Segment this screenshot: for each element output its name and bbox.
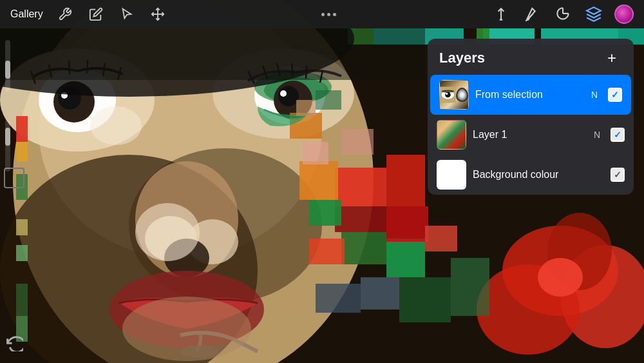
toolbar-left: Gallery [10,5,167,23]
svg-rect-28 [299,161,338,200]
modify-icon[interactable] [87,5,105,23]
layers-header: Layers + [428,39,634,75]
add-layer-button[interactable]: + [601,48,622,68]
layer-thumbnail [437,160,466,190]
layer-name: Layer 1 [473,129,587,141]
layer-thumbnail [439,80,469,110]
svg-point-48 [538,258,583,297]
top-toolbar: Gallery [0,0,644,28]
svg-rect-43 [316,284,361,313]
selection-icon[interactable] [118,5,136,23]
svg-point-72 [445,92,451,98]
svg-point-63 [122,297,251,361]
opacity-slider[interactable] [5,120,10,172]
move-icon[interactable] [149,5,167,23]
layer-name: From selection [475,89,585,101]
svg-rect-39 [425,226,457,251]
layer-name: Background colour [473,169,594,181]
layers-button[interactable] [583,4,604,25]
svg-rect-42 [361,277,399,309]
svg-point-58 [135,203,200,261]
layer-thumbnail [437,120,466,150]
left-sidebar [0,28,28,363]
svg-rect-64 [296,100,316,116]
svg-marker-69 [587,7,601,14]
layers-panel: Layers + From selection N Layer 1 N Back… [428,39,634,195]
svg-rect-50 [451,258,489,316]
svg-rect-61 [0,28,425,80]
toolbar-center [321,13,336,16]
svg-point-59 [90,106,142,145]
toolbar-right [491,4,634,25]
svg-rect-27 [386,239,425,277]
layer-visibility-toggle[interactable] [611,168,625,182]
svg-rect-65 [316,90,341,110]
more-options-button[interactable] [321,13,336,16]
svg-rect-49 [399,277,451,322]
svg-point-16 [280,90,287,97]
svg-rect-23 [335,206,386,232]
svg-point-73 [446,93,448,95]
layer-item[interactable]: Background colour [428,155,634,195]
layer-item[interactable]: Layer 1 N [428,115,634,155]
svg-point-74 [442,90,454,92]
layer-visibility-toggle[interactable] [611,128,625,142]
layer-mode: N [594,130,600,140]
pen-tool-button[interactable] [491,4,511,25]
brush-size-slider[interactable] [5,40,10,92]
svg-rect-38 [309,239,345,264]
layers-panel-title: Layers [439,50,485,66]
undo-button[interactable] [4,332,24,353]
svg-rect-22 [335,168,386,206]
layer-visibility-toggle[interactable] [608,88,622,102]
svg-rect-37 [386,206,428,242]
svg-rect-24 [386,155,425,206]
smudge-tool-button[interactable] [553,4,573,25]
gallery-button[interactable]: Gallery [10,8,43,20]
svg-rect-26 [341,232,386,264]
color-picker-button[interactable] [614,5,634,24]
layer-item[interactable]: From selection N [430,75,631,115]
svg-rect-40 [303,142,328,164]
brush-tool-button[interactable] [522,4,542,25]
svg-rect-25 [309,200,341,226]
layer-mode: N [591,90,598,100]
wrench-icon[interactable] [56,5,74,23]
svg-point-15 [278,86,299,106]
svg-rect-41 [341,129,374,155]
